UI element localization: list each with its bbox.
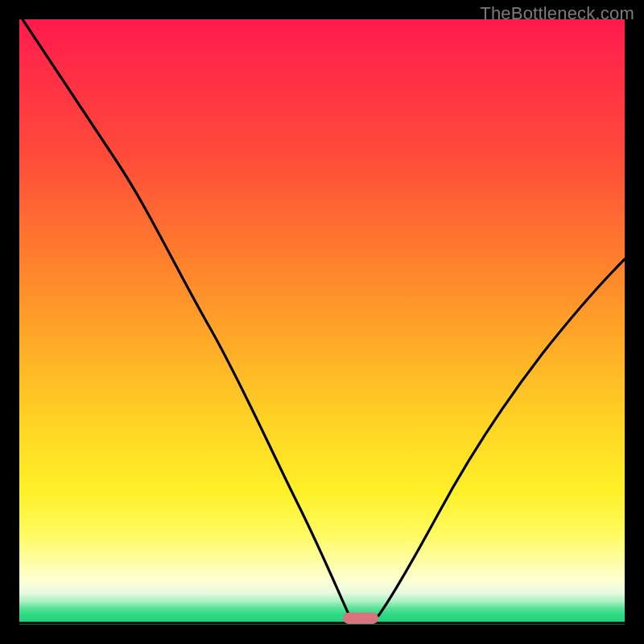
chart-frame: TheBottleneck.com	[0, 0, 644, 644]
plot-area	[19, 19, 625, 625]
gradient-background	[19, 19, 625, 625]
watermark-label: TheBottleneck.com	[480, 3, 634, 24]
